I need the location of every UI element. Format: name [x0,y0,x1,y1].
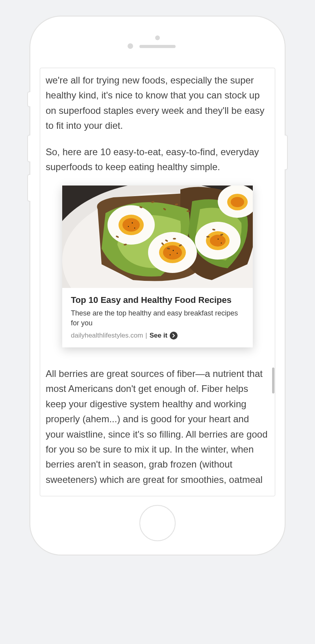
svg-point-19 [187,210,190,212]
volume-down-button[interactable] [27,174,30,202]
article-paragraph: All berries are great sources of fiber—a… [46,366,269,487]
ad-image[interactable] [62,186,253,288]
svg-point-30 [132,223,133,224]
mute-switch[interactable] [27,91,30,107]
article-paragraph: So, here are 10 easy-to-eat, easy-to-fin… [46,145,269,175]
article-paragraph: we're all for trying new foods, especial… [46,73,269,134]
camera-dot-icon [128,43,133,49]
svg-point-31 [134,228,135,228]
svg-point-21 [173,238,176,239]
svg-point-34 [170,254,170,255]
phone-screen: we're all for trying new foods, especial… [40,68,275,496]
ad-cta-text[interactable]: See it [150,332,167,340]
svg-point-36 [218,239,219,240]
ad-title: Top 10 Easy and Healthy Food Recipes [71,295,244,305]
ad-card[interactable]: Top 10 Easy and Healthy Food Recipes The… [62,186,253,347]
ad-separator: | [145,332,147,340]
svg-point-14 [231,197,244,207]
ad-body: Top 10 Easy and Healthy Food Recipes The… [62,288,253,347]
home-button[interactable] [139,505,176,541]
article-scroll-area[interactable]: we're all for trying new foods, especial… [40,68,275,496]
ad-footer: dailyhealthlifestyles.com | See it [71,332,244,340]
svg-point-8 [163,245,182,260]
svg-point-33 [173,250,174,251]
svg-point-5 [122,218,140,232]
svg-point-11 [210,235,226,247]
ad-description: These are the top healthy and easy break… [71,308,244,328]
svg-point-27 [206,236,209,238]
sensor-dot-icon [155,35,160,40]
chevron-right-icon[interactable] [170,332,178,340]
power-button[interactable] [285,135,288,170]
scroll-thumb[interactable] [272,367,274,393]
svg-point-32 [128,226,129,227]
earpiece-icon [139,45,176,48]
svg-point-35 [177,253,178,254]
volume-up-button[interactable] [27,135,30,162]
phone-frame: we're all for trying new foods, especial… [30,16,285,555]
ad-domain: dailyhealthlifestyles.com [71,332,143,340]
svg-point-37 [221,243,222,243]
